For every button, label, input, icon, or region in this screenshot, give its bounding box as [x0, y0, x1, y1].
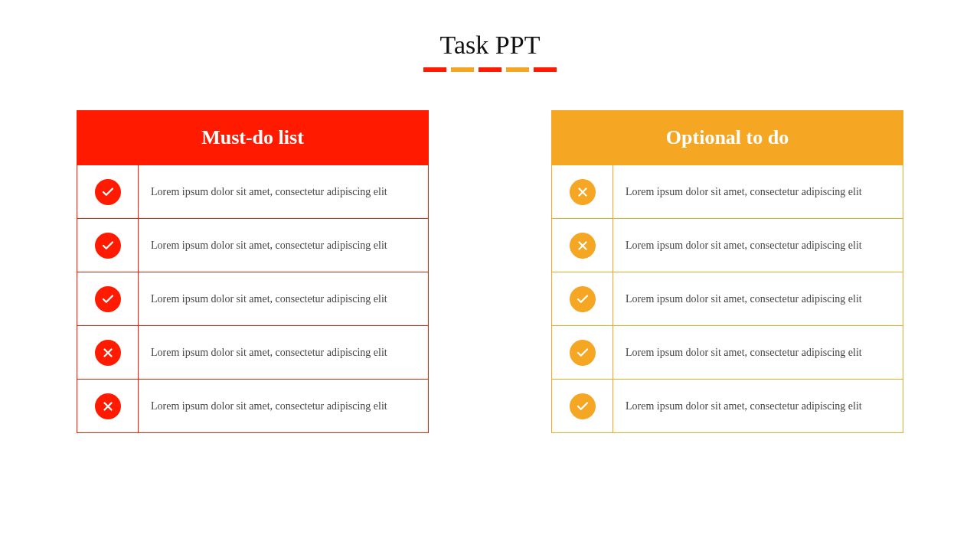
- check-icon: [570, 340, 596, 366]
- list-item: Lorem ipsum dolor sit amet, consectetur …: [77, 218, 428, 272]
- item-text: Lorem ipsum dolor sit amet, consectetur …: [139, 282, 428, 316]
- list-item: Lorem ipsum dolor sit amet, consectetur …: [77, 165, 428, 218]
- dash-icon: [423, 67, 446, 72]
- icon-cell: [77, 272, 139, 325]
- icon-cell: [552, 219, 613, 272]
- title-area: Task PPT: [0, 0, 980, 72]
- must-do-card: Must-do list Lorem ipsum dolor sit amet,…: [77, 110, 429, 433]
- icon-cell: [77, 165, 139, 218]
- icon-cell: [552, 165, 613, 218]
- icon-cell: [552, 326, 613, 379]
- check-icon: [570, 286, 596, 312]
- check-icon: [95, 233, 121, 259]
- item-text: Lorem ipsum dolor sit amet, consectetur …: [613, 390, 903, 423]
- list-item: Lorem ipsum dolor sit amet, consectetur …: [552, 272, 903, 325]
- item-text: Lorem ipsum dolor sit amet, consectetur …: [139, 175, 428, 209]
- cross-icon: [570, 233, 596, 259]
- item-text: Lorem ipsum dolor sit amet, consectetur …: [139, 336, 428, 370]
- list-item: Lorem ipsum dolor sit amet, consectetur …: [552, 325, 903, 379]
- list-item: Lorem ipsum dolor sit amet, consectetur …: [552, 379, 903, 432]
- item-text: Lorem ipsum dolor sit amet, consectetur …: [613, 336, 903, 370]
- check-icon: [95, 286, 121, 312]
- list-item: Lorem ipsum dolor sit amet, consectetur …: [77, 272, 428, 325]
- item-text: Lorem ipsum dolor sit amet, consectetur …: [139, 229, 428, 262]
- must-do-rows: Lorem ipsum dolor sit amet, consectetur …: [77, 165, 428, 432]
- item-text: Lorem ipsum dolor sit amet, consectetur …: [613, 175, 903, 209]
- item-text: Lorem ipsum dolor sit amet, consectetur …: [139, 390, 428, 423]
- optional-card: Optional to do Lorem ipsum dolor sit ame…: [551, 110, 903, 433]
- dash-icon: [534, 67, 557, 72]
- cross-icon: [95, 393, 121, 419]
- content-area: Must-do list Lorem ipsum dolor sit amet,…: [0, 72, 980, 433]
- icon-cell: [77, 326, 139, 379]
- icon-cell: [552, 272, 613, 325]
- optional-header: Optional to do: [552, 111, 903, 165]
- list-item: Lorem ipsum dolor sit amet, consectetur …: [77, 379, 428, 432]
- must-do-header: Must-do list: [77, 111, 428, 165]
- dash-icon: [479, 67, 501, 72]
- list-item: Lorem ipsum dolor sit amet, consectetur …: [552, 218, 903, 272]
- icon-cell: [77, 380, 139, 432]
- check-icon: [95, 179, 121, 205]
- slide-title: Task PPT: [0, 31, 980, 60]
- check-icon: [570, 393, 596, 419]
- item-text: Lorem ipsum dolor sit amet, consectetur …: [613, 229, 903, 262]
- cross-icon: [570, 179, 596, 205]
- optional-rows: Lorem ipsum dolor sit amet, consectetur …: [552, 165, 903, 432]
- dash-icon: [506, 67, 529, 72]
- icon-cell: [77, 219, 139, 272]
- list-item: Lorem ipsum dolor sit amet, consectetur …: [77, 325, 428, 379]
- cross-icon: [95, 340, 121, 366]
- item-text: Lorem ipsum dolor sit amet, consectetur …: [613, 282, 903, 316]
- dash-icon: [451, 67, 474, 72]
- icon-cell: [552, 380, 613, 432]
- list-item: Lorem ipsum dolor sit amet, consectetur …: [552, 165, 903, 218]
